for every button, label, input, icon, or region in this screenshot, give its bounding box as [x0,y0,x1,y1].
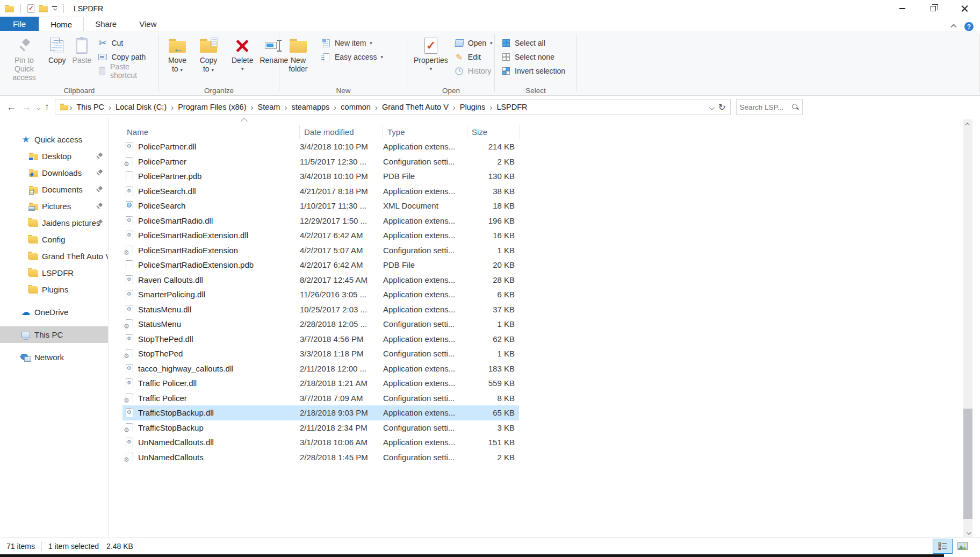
paste-shortcut-button[interactable]: Paste shortcut [95,64,155,78]
sidebar-item-downloads[interactable]: Downloads [0,165,108,181]
scroll-down-icon[interactable] [963,529,972,538]
column-header-date-modified[interactable]: Date modified [300,125,383,139]
new-folder-button[interactable]: New folder [283,33,314,75]
breadcrumb-segment[interactable]: common [337,103,374,111]
copy-button[interactable]: Copy [45,33,69,67]
forward-button[interactable]: → [21,102,31,113]
invert-selection-button[interactable]: Invert selection [498,64,568,78]
file-row[interactable]: PolicePartner.pdb3/4/2018 10:10 PMPDB Fi… [122,169,519,184]
search-input[interactable] [740,103,792,111]
breadcrumb-segment[interactable]: Grand Theft Auto V [379,103,452,111]
thumbnail-view-button[interactable] [953,539,972,554]
file-row[interactable]: ⚙UnNamedCallouts.dll3/1/2018 10:06 AMApp… [122,435,519,450]
file-row[interactable]: ⚙TrafficStopBackup.dll2/18/2018 9:03 PMA… [122,405,519,420]
new-item-button[interactable]: New item▾ [318,36,386,50]
minimize-button[interactable] [887,0,918,17]
copy-to-button[interactable]: Copy to ▾ [193,33,224,76]
sidebar-item-plugins[interactable]: Plugins [0,281,108,298]
file-row[interactable]: ⚙StatusMenu2/28/2018 12:05 ...Configurat… [122,317,519,332]
help-button[interactable]: ? [964,22,974,31]
new-folder-shortcut-icon[interactable] [39,5,48,12]
sidebar-item-jaidens-pictures[interactable]: Jaidens pictures [0,215,108,231]
breadcrumb-segment[interactable]: Local Disk (C:) [112,103,170,111]
column-header-type[interactable]: Type [383,125,467,139]
properties-shortcut-icon[interactable]: ✓ [27,4,34,13]
scrollbar-thumb[interactable] [963,409,972,519]
sidebar-item-config[interactable]: Config [0,231,108,248]
breadcrumb-segment[interactable]: Steam [254,103,283,111]
file-row[interactable]: ⚙PolicePartner.dll3/4/2018 10:10 PMAppli… [122,139,519,154]
file-row[interactable]: ⚙Raven Callouts.dll8/2/2017 12:45 AMAppl… [122,273,519,288]
select-none-button[interactable]: Select none [498,50,568,64]
file-row[interactable]: ⚙StopThePed3/3/2018 1:18 PMConfiguration… [122,346,519,361]
column-header-name[interactable]: Name [122,125,300,139]
sidebar-item-onedrive[interactable]: ☁OneDrive [0,304,108,320]
sidebar-item-this-pc[interactable]: This PC [0,326,108,343]
file-row[interactable]: PoliceSearch1/10/2017 11:30 ...XML Docum… [122,198,519,213]
file-type: XML Document [383,201,467,210]
tab-home[interactable]: Home [39,17,84,31]
scroll-up-icon[interactable] [963,119,972,128]
file-row[interactable]: ⚙SmarterPolicing.dll11/26/2016 3:05 ...A… [122,287,519,302]
file-row[interactable]: PoliceSmartRadioExtension.pdb4/2/2017 6:… [122,258,519,273]
close-button[interactable] [949,0,980,17]
file-row[interactable]: ⚙PoliceSearch.dll4/21/2017 8:18 PMApplic… [122,184,519,199]
sidebar-item-documents[interactable]: Documents [0,181,108,198]
file-row[interactable]: ⚙TrafficStopBackup2/11/2018 2:34 PMConfi… [122,420,519,435]
file-row[interactable]: ⚙PoliceSmartRadio.dll12/29/2017 1:50 ...… [122,213,519,228]
maximize-button[interactable] [918,0,949,17]
cut-button[interactable]: ✂Cut [95,36,155,50]
file-row[interactable]: ⚙PoliceSmartRadioExtension.dll4/2/2017 6… [122,228,519,243]
sidebar-item-quick-access[interactable]: ★Quick access [0,131,108,148]
breadcrumb-segment[interactable]: LSPDFR [493,103,530,111]
tab-view[interactable]: View [128,17,168,31]
history-button[interactable]: History [451,64,496,78]
file-size: 20 KB [467,260,515,269]
address-dropdown-icon[interactable] [709,103,713,112]
sidebar-item-network[interactable]: Network [0,349,108,366]
properties-button[interactable]: ✓ Properties▾ [410,33,451,75]
file-name: tacco_highway_callouts.dll [138,364,234,373]
sort-ascending-icon[interactable] [241,118,248,125]
crumb-separator-icon: › [333,103,337,112]
sidebar-item-grand-theft-auto-v[interactable]: Grand Theft Auto V [0,248,108,265]
file-row[interactable]: ⚙Traffic Policer.dll2/18/2018 1:21 AMApp… [122,376,519,391]
file-row[interactable]: ⚙Traffic Policer3/7/2018 7:09 AMConfigur… [122,391,519,406]
customize-toolbar-dropdown-icon[interactable] [52,6,57,11]
file-row[interactable]: ⚙PoliceSmartRadioExtension4/2/2017 5:07 … [122,243,519,258]
column-header-size[interactable]: Size [467,125,520,139]
pin-to-quick-access-button[interactable]: Pin to Quick access [3,33,45,84]
breadcrumb-segment[interactable]: Program Files (x86) [175,103,249,111]
edit-button[interactable]: ✎Edit [451,50,496,64]
refresh-icon[interactable]: ↻ [718,102,725,112]
breadcrumb-bar[interactable]: ›This PC›Local Disk (C:)›Program Files (… [55,99,731,115]
search-box[interactable] [736,99,803,115]
move-to-button[interactable]: ← Move to ▾ [162,33,193,76]
easy-access-button[interactable]: Easy access▾ [318,50,386,64]
file-row[interactable]: ⚙StopThePed.dll3/7/2018 4:56 PMApplicati… [122,332,519,347]
tab-file[interactable]: File [0,17,39,31]
file-row[interactable]: ⚙tacco_highway_callouts.dll2/11/2018 12:… [122,361,519,376]
breadcrumb-segment[interactable]: This PC [74,103,108,111]
up-button[interactable]: ↑ [45,102,49,112]
file-row[interactable]: ⚙UnNamedCallouts2/28/2018 1:45 PMConfigu… [122,450,519,465]
sidebar-item-pictures[interactable]: Pictures [0,198,108,215]
open-button[interactable]: Open▾ [451,36,496,50]
details-view-button[interactable] [933,539,953,554]
sidebar-item-desktop[interactable]: Desktop [0,148,108,165]
collapse-ribbon-icon[interactable] [950,24,956,30]
delete-button[interactable]: Delete▾ [228,33,256,75]
select-all-button[interactable]: Select all [498,36,568,50]
vertical-scrollbar[interactable] [963,119,972,538]
file-row[interactable]: ⚙StatusMenu.dll10/25/2017 2:03 ...Applic… [122,302,519,317]
ribbon-group-organize: ← Move to ▾ Copy to ▾ Delete▾ Rename Org… [158,31,279,95]
tab-share[interactable]: Share [84,17,128,31]
paste-button[interactable]: Paste [69,33,95,67]
recent-locations-dropdown-icon[interactable] [37,103,39,112]
back-button[interactable]: ← [6,102,16,113]
sidebar-item-lspdfr[interactable]: LSPDFR [0,265,108,281]
breadcrumb-segment[interactable]: Plugins [457,103,489,111]
select-all-icon [501,39,511,47]
file-row[interactable]: ⚙PolicePartner11/5/2017 12:30 ...Configu… [122,154,519,169]
breadcrumb-segment[interactable]: steamapps [288,103,333,111]
